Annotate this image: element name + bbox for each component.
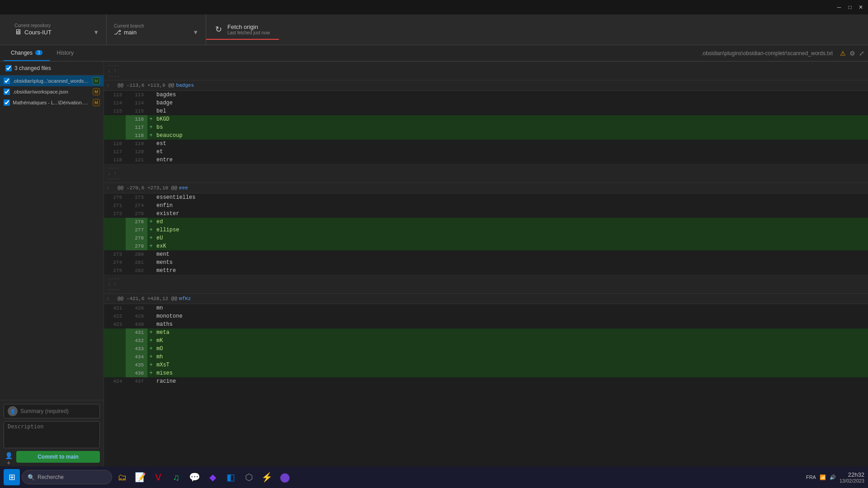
taskbar-app-flash[interactable]: ⚡ — [259, 469, 275, 485]
diff-sign — [147, 193, 155, 202]
diff-sign: + — [147, 353, 155, 361]
taskbar-app-unknown1[interactable]: ⬡ — [241, 469, 257, 485]
old-line-num: 275 — [104, 267, 126, 275]
taskbar-app-file-explorer[interactable]: 🗂 — [114, 469, 130, 485]
file-item[interactable]: Mathématiques - L...\Dérivation.md M — [0, 97, 104, 108]
new-line-num: 117 — [126, 123, 147, 131]
diff-row: 424 437 racine — [104, 377, 868, 385]
commit-branch: main — [66, 454, 79, 460]
taskbar-app-spotify[interactable]: ♫ — [168, 469, 184, 485]
close-button[interactable]: ✕ — [857, 4, 864, 11]
diff-row: 276 + ed — [104, 218, 868, 226]
old-line-num: 116 — [104, 140, 126, 148]
hunk-collapse-btn[interactable]: ↕ — [104, 295, 112, 303]
taskbar-app-github-desktop[interactable]: ⬤ — [277, 469, 293, 485]
select-all-checkbox[interactable] — [5, 65, 12, 71]
new-line-num: 433 — [126, 345, 147, 353]
file-checkbox-1[interactable] — [4, 89, 10, 95]
old-line-num — [104, 242, 126, 250]
commit-summary-input[interactable] — [20, 408, 96, 414]
diff-expand-up[interactable]: ····↓ ↑···· — [104, 61, 868, 80]
expand-icon[interactable]: ⤢ — [859, 50, 864, 57]
new-line-num: 121 — [126, 156, 147, 164]
breadcrumb-path: .obsidian\plugins\obsidian-completr\scan… — [701, 50, 833, 56]
new-line-num: 428 — [126, 304, 147, 312]
diff-row: 423 430 maths — [104, 320, 868, 328]
commit-description-input[interactable] — [4, 421, 100, 448]
file-checkbox-0[interactable] — [4, 78, 10, 84]
hunk-range: @@ -113,6 +113,9 @@ — [114, 83, 174, 88]
main-content: 3 changed files .obsidian\plug...\scanne… — [0, 61, 868, 466]
taskbar-app-vivaldi[interactable]: V — [150, 469, 166, 485]
diff-expand-up[interactable]: ····↓ ↑···· — [104, 275, 868, 293]
commit-actions: 👤+ Commit to main — [4, 451, 100, 463]
taskbar-app-sticky-notes[interactable]: 📝 — [132, 469, 148, 485]
diff-sign: + — [147, 328, 155, 337]
commit-area: 👤 👤+ Commit to main — [0, 400, 104, 466]
old-line-num: 114 — [104, 99, 126, 107]
diff-row: 431 + meta — [104, 328, 868, 337]
taskbar-app-vscode[interactable]: ◧ — [222, 469, 239, 485]
commit-button[interactable]: Commit to main — [16, 451, 100, 463]
repo-dropdown-icon: ▼ — [93, 29, 99, 36]
maximize-button[interactable]: □ — [846, 4, 854, 11]
file-checkbox-2[interactable] — [4, 99, 10, 106]
diff-content: mh — [155, 353, 868, 361]
file-status-badge: M — [93, 77, 100, 84]
file-item[interactable]: .obsidian\workspace.json M — [0, 86, 104, 97]
diff-hunk-header: ↕ @@ -113,6 +113,9 @@ badges — [104, 80, 868, 91]
old-line-num: 422 — [104, 312, 126, 320]
diff-sign — [147, 312, 155, 320]
start-button[interactable]: ⊞ — [4, 469, 20, 485]
diff-row: 422 429 monotone — [104, 312, 868, 320]
new-line-num: 115 — [126, 107, 147, 115]
old-line-num: 271 — [104, 202, 126, 210]
new-line-num: 279 — [126, 242, 147, 250]
diff-content: racine — [155, 377, 868, 385]
diff-row: 434 + mh — [104, 353, 868, 361]
diff-sign — [147, 320, 155, 328]
taskbar-app-discord[interactable]: 💬 — [186, 469, 203, 485]
diff-row: 432 + mK — [104, 337, 868, 345]
new-line-num: 275 — [126, 210, 147, 218]
hunk-collapse-btn[interactable]: ↕ — [104, 184, 112, 192]
new-line-num: 436 — [126, 369, 147, 377]
fetch-origin-section[interactable]: ↻ Fetch origin Last fetched just now — [206, 20, 279, 40]
hunk-collapse-btn[interactable]: ↕ — [104, 81, 112, 89]
diff-content: essentielles — [155, 193, 868, 202]
old-line-num: 118 — [104, 156, 126, 164]
breadcrumb: .obsidian\plugins\obsidian-completr\scan… — [701, 50, 833, 56]
fetch-subtitle: Last fetched just now — [227, 30, 270, 35]
old-line-num — [104, 218, 126, 226]
taskbar-app-obsidian[interactable]: ◆ — [204, 469, 221, 485]
diff-sign — [147, 140, 155, 148]
expand-dots: ····↓ ↑···· — [104, 276, 119, 292]
diff-expand-up[interactable]: ····↓ ↑···· — [104, 164, 868, 183]
taskbar: ⊞ 🔍 Recherche 🗂📝V♫💬◆◧⬡⚡⬤ FRA 📶 🔊 22h32 1… — [0, 466, 868, 488]
settings-icon[interactable]: ⚙ — [849, 50, 855, 57]
new-line-num: 281 — [126, 258, 147, 267]
diff-sign: + — [147, 234, 155, 242]
repo-value: 🖥 Cours-IUT ▼ — [14, 28, 99, 36]
current-branch-section[interactable]: Current branch ⎇ main ▼ — [107, 14, 206, 45]
diff-sign — [147, 91, 155, 99]
diff-sign: + — [147, 226, 155, 234]
minimize-button[interactable]: ─ — [835, 4, 843, 11]
diff-content: ment — [155, 250, 868, 258]
hunk-context: badges — [176, 83, 194, 88]
diff-sign: + — [147, 131, 155, 140]
add-coauthor-button[interactable]: 👤+ — [4, 452, 14, 462]
old-line-num — [104, 361, 126, 369]
toolbar: Current repository 🖥 Cours-IUT ▼ Current… — [0, 14, 868, 45]
file-status-badge: M — [93, 99, 100, 106]
diff-row: 114 114 badge — [104, 99, 868, 107]
new-line-num: 113 — [126, 91, 147, 99]
tab-history[interactable]: History — [50, 45, 81, 61]
current-repository-section[interactable]: Current repository 🖥 Cours-IUT ▼ — [7, 14, 107, 45]
search-bar[interactable]: 🔍 Recherche — [22, 470, 112, 484]
file-item[interactable]: .obsidian\plug...\scanned_words.txt M — [0, 75, 104, 86]
diff-sign — [147, 107, 155, 115]
new-line-num: 432 — [126, 337, 147, 345]
diff-row: 275 282 mettre — [104, 267, 868, 275]
tab-changes[interactable]: Changes 3 — [4, 45, 50, 61]
